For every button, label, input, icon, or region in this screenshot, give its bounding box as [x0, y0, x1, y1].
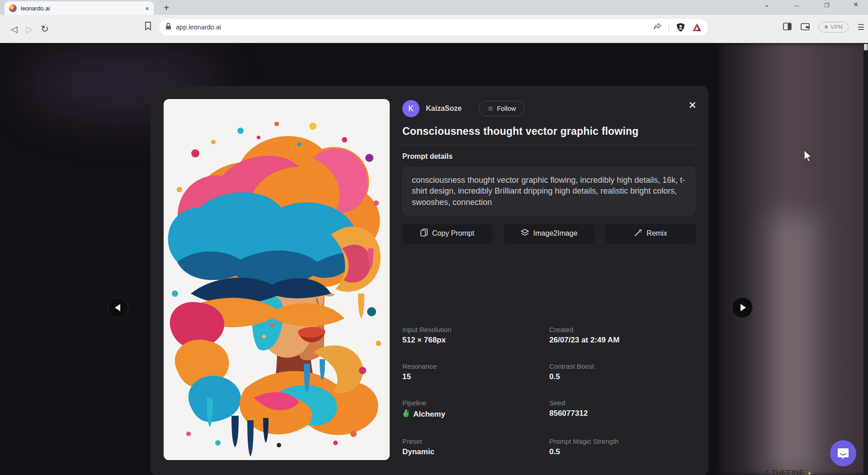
menu-icon[interactable]: ☰ — [858, 26, 864, 28]
spark-icon: ✦ — [807, 470, 812, 475]
mouse-cursor — [802, 149, 813, 165]
scrollbar-thumb[interactable] — [864, 44, 868, 50]
remix-label: Remix — [646, 229, 667, 238]
toolbar-right: VPN ☰ — [783, 19, 864, 35]
meta-resonance: Resonance 15 — [402, 362, 549, 381]
chat-widget-button[interactable] — [830, 440, 856, 466]
back-button[interactable]: ◁ — [6, 24, 22, 34]
chat-bubble-icon — [837, 447, 849, 460]
wand-icon — [634, 229, 642, 238]
potion-icon — [402, 409, 410, 420]
tab-title: leonardo.ai — [21, 5, 141, 12]
video-watermark: A THEFINE✦ — [764, 469, 812, 475]
new-tab-button[interactable]: + — [164, 2, 169, 13]
sidebar-icon[interactable] — [783, 23, 792, 32]
reload-button[interactable]: ↻ — [37, 24, 52, 34]
image-detail-modal: ✕ K KaizaSoze ☆ Follow Consciousness tho… — [151, 86, 708, 475]
meta-contrast-boost: Contrast Boost 0.5 — [549, 362, 696, 381]
image2image-button[interactable]: Image2Image — [504, 223, 594, 244]
action-buttons: Copy Prompt Image2Image Remix — [402, 223, 696, 244]
layers-icon — [521, 229, 529, 238]
window-close-icon[interactable]: ✕ — [849, 1, 863, 8]
remix-button[interactable]: Remix — [606, 223, 696, 244]
metadata-grid: Input Resolution 512 × 768px Created 26/… — [402, 326, 696, 475]
follow-button[interactable]: ☆ Follow — [479, 101, 524, 116]
meta-seed: Seed 856077312 — [549, 399, 696, 420]
arrow-left-icon — [115, 304, 120, 311]
page-scrollbar[interactable] — [863, 43, 868, 475]
image-title: Consciousness thought vector graphic flo… — [402, 125, 696, 138]
urlbar-divider — [669, 23, 669, 32]
meta-preset: Preset Dynamic — [402, 437, 549, 456]
meta-input-resolution: Input Resolution 512 × 768px — [402, 326, 549, 345]
url-bar[interactable]: app.leonardo.ai — [159, 19, 708, 35]
leonardo-favicon — [9, 5, 17, 12]
prompt-text-box[interactable]: consciousness thought vector graphic flo… — [402, 167, 695, 215]
detail-panel: K KaizaSoze ☆ Follow Consciousness thoug… — [402, 100, 696, 244]
tab-search-icon[interactable]: ⌄ — [760, 1, 774, 8]
arrow-right-icon — [741, 304, 746, 311]
user-row: K KaizaSoze ☆ Follow — [402, 100, 696, 118]
previous-image-button[interactable] — [108, 297, 128, 318]
wallet-icon[interactable] — [801, 23, 810, 32]
bookmark-icon[interactable] — [145, 22, 151, 33]
brave-rewards-icon[interactable] — [692, 23, 702, 32]
browser-tab[interactable]: leonardo.ai × — [5, 1, 154, 15]
minimize-icon[interactable]: — — [790, 3, 803, 8]
generated-image[interactable] — [164, 99, 390, 460]
share-icon[interactable] — [653, 23, 662, 31]
username[interactable]: KaizaSoze — [426, 104, 462, 113]
backdrop-blur-strip — [769, 215, 818, 475]
copy-prompt-label: Copy Prompt — [432, 229, 474, 238]
meta-prompt-magic-strength: Prompt Magic Strength 0.5 — [549, 437, 696, 456]
vpn-status-dot — [825, 25, 828, 28]
avatar[interactable]: K — [402, 100, 420, 117]
artwork-consciousness-portrait — [164, 99, 390, 460]
tab-strip: leonardo.ai × + ⌄ — ❐ ✕ — [0, 0, 868, 15]
forward-button: ▷ — [22, 24, 37, 34]
copy-icon — [420, 228, 428, 238]
vpn-label: VPN — [830, 24, 843, 30]
divider — [402, 145, 696, 145]
restore-icon[interactable]: ❐ — [820, 2, 834, 9]
meta-pipeline: Pipeline Alchemy — [402, 399, 549, 420]
lock-icon — [165, 23, 171, 32]
brave-shield-icon[interactable] — [676, 23, 685, 32]
image2image-label: Image2Image — [533, 229, 578, 238]
meta-created: Created 26/07/23 at 2:49 AM — [549, 326, 696, 345]
page-backdrop: ✕ K KaizaSoze ☆ Follow Consciousness tho… — [0, 43, 868, 475]
prompt-details-label: Prompt details — [402, 152, 696, 161]
copy-prompt-button[interactable]: Copy Prompt — [402, 223, 492, 244]
next-image-button[interactable] — [732, 297, 753, 318]
tab-close-icon[interactable]: × — [145, 5, 149, 12]
vpn-button[interactable]: VPN — [819, 22, 849, 33]
star-icon: ☆ — [487, 105, 493, 112]
url-text[interactable]: app.leonardo.ai — [176, 24, 646, 31]
follow-label: Follow — [497, 105, 516, 112]
